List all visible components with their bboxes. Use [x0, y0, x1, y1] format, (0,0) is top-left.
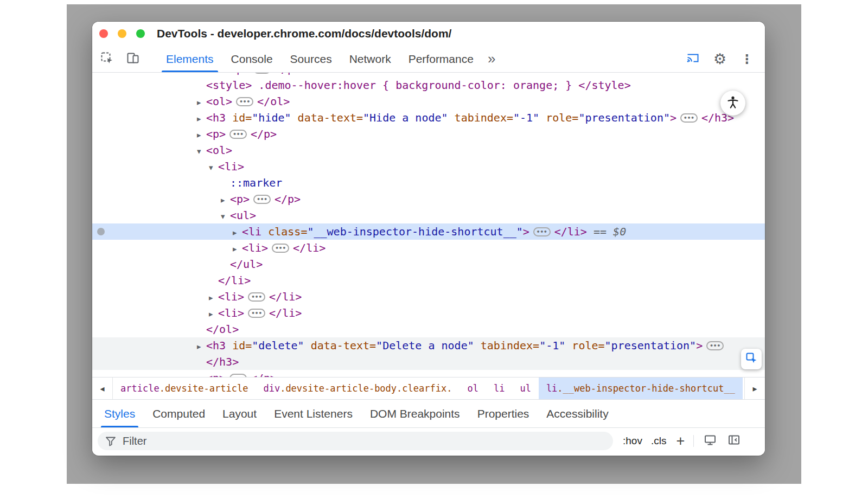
disclosure-arrow-icon[interactable]: ▸ [233, 241, 242, 257]
dom-tree-row[interactable]: <style> .demo--hover:hover { background-… [92, 77, 765, 93]
breadcrumb-item[interactable]: ol [459, 378, 486, 399]
inspect-overlay-button[interactable] [741, 349, 762, 369]
ellipsis-expand-button[interactable]: ••• [272, 244, 289, 253]
window-title: DevTools - developer.chrome.com/docs/dev… [157, 27, 451, 40]
close-button[interactable] [99, 29, 108, 38]
dom-tree-panel: ▸<p>•••</p><style> .demo--hover:hover { … [92, 73, 765, 377]
disclosure-arrow-icon[interactable]: ▸ [197, 111, 206, 127]
breadcrumb-scroll-left-button[interactable]: ◂ [92, 378, 113, 399]
breadcrumb-bar: ◂ article.devsite-articlediv.devsite-art… [92, 377, 765, 400]
ellipsis-expand-button[interactable]: ••• [248, 292, 265, 302]
disclosure-arrow-icon[interactable]: ▸ [197, 371, 206, 377]
ellipsis-expand-button[interactable]: ••• [236, 97, 253, 106]
tab-network[interactable]: Network [341, 46, 400, 72]
tab-performance[interactable]: Performance [400, 46, 482, 72]
screencast-button[interactable] [684, 51, 702, 67]
zoom-button[interactable] [136, 29, 145, 38]
breadcrumb-item[interactable]: li.__web-inspector-hide-shortcut__ [539, 378, 743, 399]
breadcrumb-item[interactable]: div.devsite-article-body.clearfix. [256, 378, 459, 399]
disclosure-arrow-icon[interactable]: ▸ [221, 192, 230, 208]
tab-elements[interactable]: Elements [157, 46, 222, 72]
dom-tree-row[interactable]: </ul> [92, 256, 765, 272]
sidebar-tab-computed[interactable]: Computed [144, 400, 214, 427]
inspect-element-button[interactable] [98, 46, 116, 72]
accessibility-icon [726, 95, 740, 111]
breadcrumb-item[interactable]: li [486, 378, 512, 399]
kebab-menu-icon: ⋮ [741, 52, 754, 66]
sidebar-tab-accessibility[interactable]: Accessibility [538, 400, 617, 427]
monitor-icon [704, 433, 717, 449]
dom-tree-row[interactable]: ::marker [92, 175, 765, 191]
device-toolbar-icon [126, 51, 140, 67]
more-tabs-button[interactable]: » [482, 46, 501, 72]
inspect-overlay-icon [745, 351, 758, 367]
disclosure-arrow-icon[interactable]: ▾ [209, 159, 218, 176]
filter-field-wrap [98, 432, 613, 450]
ellipsis-expand-button[interactable]: ••• [680, 113, 698, 123]
sidebar-tab-event-listeners[interactable]: Event Listeners [265, 400, 361, 427]
breakpoint-dot [97, 228, 105, 235]
breadcrumb-item[interactable]: ul [512, 378, 538, 399]
ellipsis-expand-button[interactable]: ••• [229, 130, 247, 139]
dom-tree-row[interactable]: ▸<ol>•••</ol> [92, 93, 765, 110]
toggle-classes-button[interactable]: .cls [651, 435, 667, 447]
computed-sidebar-toggle-button[interactable] [725, 433, 743, 449]
breadcrumb-item[interactable]: article.devsite-article [113, 378, 256, 399]
dom-tree-row[interactable]: ▸<li>•••</li> [92, 289, 765, 305]
dom-tree-row[interactable]: </li> [92, 272, 765, 289]
ellipsis-expand-button[interactable]: ••• [248, 309, 265, 318]
styles-tab-bar: StylesComputedLayoutEvent ListenersDOM B… [92, 400, 765, 428]
styles-filter-input[interactable] [98, 432, 613, 450]
dom-tree-row[interactable]: </ol> [92, 321, 765, 337]
disclosure-arrow-icon[interactable]: ▸ [197, 127, 206, 143]
ellipsis-expand-button[interactable]: ••• [706, 341, 724, 350]
sidebar-tab-layout[interactable]: Layout [214, 400, 265, 427]
gear-icon: ⚙ [713, 50, 726, 67]
disclosure-arrow-icon[interactable]: ▸ [197, 338, 206, 355]
divider [693, 435, 694, 447]
title-bar: DevTools - developer.chrome.com/docs/dev… [92, 22, 765, 46]
ellipsis-expand-button[interactable]: ••• [253, 195, 271, 204]
dom-tree-row[interactable]: ▸<p>•••</p> [92, 370, 765, 377]
dom-tree-row[interactable]: ▸<li>•••</li> [92, 305, 765, 321]
tab-sources[interactable]: Sources [282, 46, 341, 72]
dom-tree-row[interactable]: ▸<h3 id="delete" data-text="Delete a nod… [92, 337, 765, 354]
styles-filter-bar: :hov .cls + [92, 428, 765, 454]
more-options-button[interactable]: ⋮ [738, 52, 756, 66]
rendering-emulation-button[interactable] [701, 433, 719, 449]
disclosure-arrow-icon[interactable]: ▸ [209, 306, 218, 322]
breadcrumb-list: article.devsite-articlediv.devsite-artic… [113, 378, 743, 399]
dom-tree-row[interactable]: ▸<p>•••</p> [92, 126, 765, 142]
dom-tree-row[interactable]: ▸<p>•••</p> [92, 73, 765, 77]
disclosure-arrow-icon[interactable]: ▾ [221, 208, 230, 225]
dom-tree-row[interactable]: ▸<h3 id="hide" data-text="Hide a node" t… [92, 110, 765, 126]
sidebar-tab-styles[interactable]: Styles [95, 400, 144, 427]
devtools-toolbar: ElementsConsoleSourcesNetworkPerformance… [92, 46, 765, 73]
dom-tree-row[interactable]: ▾<ol> [92, 142, 765, 158]
sidebar-tab-properties[interactable]: Properties [469, 400, 538, 427]
device-toolbar-button[interactable] [124, 46, 142, 72]
disclosure-arrow-icon[interactable]: ▸ [233, 225, 242, 241]
dom-tree-row[interactable]: ▸<p>•••</p> [92, 191, 765, 207]
dom-tree-row[interactable]: ▾<li> [92, 158, 765, 175]
minimize-button[interactable] [118, 29, 126, 38]
sidebar-tab-dom-breakpoints[interactable]: DOM Breakpoints [361, 400, 469, 427]
dom-tree-row[interactable]: </h3> [92, 354, 765, 370]
devtools-window: DevTools - developer.chrome.com/docs/dev… [92, 22, 765, 456]
new-style-rule-button[interactable]: + [676, 436, 685, 446]
settings-button[interactable]: ⚙ [711, 50, 729, 67]
ellipsis-expand-button[interactable]: ••• [533, 227, 551, 236]
dom-tree-row[interactable]: ▸<li>•••</li> [92, 240, 765, 256]
tab-console[interactable]: Console [222, 46, 282, 72]
disclosure-arrow-icon[interactable]: ▾ [197, 143, 206, 159]
breadcrumb-scroll-right-button[interactable]: ▸ [744, 378, 765, 399]
ellipsis-expand-button[interactable]: ••• [253, 73, 271, 74]
dom-tree-row[interactable]: ▾<ul> [92, 207, 765, 223]
toggle-element-state-button[interactable]: :hov [623, 435, 642, 447]
disclosure-arrow-icon[interactable]: ▸ [197, 94, 206, 111]
panel-tabs: ElementsConsoleSourcesNetworkPerformance [157, 46, 482, 72]
accessibility-overlay-button[interactable] [720, 91, 745, 116]
disclosure-arrow-icon[interactable]: ▸ [209, 290, 218, 306]
dom-tree-row[interactable]: ▸<li class="__web-inspector-hide-shortcu… [92, 223, 765, 240]
cast-icon [686, 51, 700, 67]
